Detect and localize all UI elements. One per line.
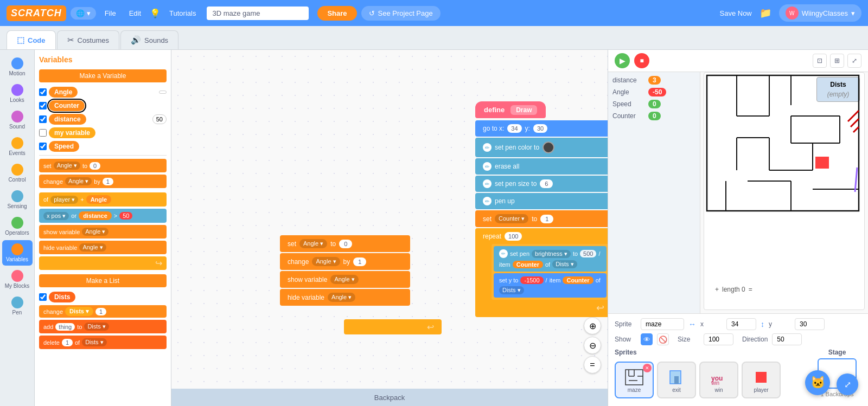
change-dists-block[interactable]: change Dists ▾ 1	[39, 305, 167, 318]
tab-code[interactable]: ⬚ Code	[7, 30, 56, 49]
zoom-in-button[interactable]: ⊕	[584, 317, 601, 334]
add-to-list-block[interactable]: add thing to Dists ▾	[39, 320, 167, 333]
set-angle-block[interactable]: set Angle ▾ to 0	[280, 235, 410, 252]
sensing-distance-block[interactable]: x pos ▾ or distance > 50	[39, 209, 167, 223]
sidebar-item-events[interactable]: Events	[2, 134, 33, 159]
zoom-out-button[interactable]: ⊖	[584, 337, 601, 354]
save-now-button[interactable]: Save Now	[720, 9, 752, 17]
tutorials-menu[interactable]: Tutorials	[165, 7, 200, 20]
stop-button[interactable]: ■	[634, 53, 649, 68]
hide-angle-dropdown[interactable]: Angle ▾	[79, 243, 106, 252]
stage-fullscreen-button[interactable]: ⤢	[847, 54, 861, 68]
dists-dropdown-brightness[interactable]: Dists ▾	[552, 260, 577, 268]
goto-y-input[interactable]: 30	[533, 124, 547, 133]
folder-icon[interactable]: 📁	[756, 7, 775, 19]
delete-from-list-block[interactable]: delete 1 of Dists ▾	[39, 336, 167, 349]
distance-value-input[interactable]: 50	[119, 212, 132, 220]
counter-pill[interactable]: Counter	[49, 100, 85, 111]
set-counter-block[interactable]: set Counter ▾ to 1	[475, 210, 608, 227]
define-draw-block[interactable]: define Draw	[475, 101, 546, 118]
x-input[interactable]	[726, 318, 756, 330]
angle-var-dropdown-3[interactable]: Angle ▾	[312, 257, 340, 266]
pen-size-input[interactable]: 6	[540, 179, 553, 188]
brightness-dropdown[interactable]: brightness ▾	[532, 250, 571, 258]
hide-variable-block[interactable]: hide variable Angle ▾	[39, 241, 167, 254]
make-list-button[interactable]: Make a List	[39, 274, 167, 287]
dists-dropdown-add[interactable]: Dists ▾	[84, 323, 109, 331]
change-dists-val[interactable]: 1	[95, 308, 106, 315]
delete-num-input[interactable]: 1	[62, 339, 73, 346]
sprite-thumb-player[interactable]: player	[742, 362, 781, 398]
show-angle-block[interactable]: show variable Angle ▾	[280, 271, 410, 288]
sidebar-item-sound[interactable]: Sound	[2, 107, 33, 133]
user-menu[interactable]: W WiingyClasses ▾	[779, 4, 861, 22]
goto-x-input[interactable]: 34	[507, 124, 521, 133]
set-pen-size-block[interactable]: ✏ set pen size to 6	[475, 176, 608, 192]
repeat-count-input[interactable]: 100	[505, 232, 522, 241]
tab-costumes[interactable]: ✂ Costumes	[57, 30, 120, 49]
counter-checkbox[interactable]	[39, 102, 47, 109]
tab-sounds[interactable]: 🔊 Sounds	[120, 30, 178, 49]
language-selector[interactable]: 🌐 ▾	[71, 7, 96, 20]
change-variable-block[interactable]: change Angle ▾ by 1	[39, 175, 167, 188]
change-angle-block[interactable]: change Angle ▾ by 1	[280, 253, 410, 270]
hide-angle-var-dropdown[interactable]: Angle ▾	[328, 293, 355, 302]
repeat-block[interactable]: repeat 100 ✏ set pen brightness ▾ to 500…	[475, 228, 608, 317]
set-variable-block[interactable]: set Angle ▾ to 0	[39, 159, 167, 172]
pen-up-block[interactable]: ✏ pen up	[475, 193, 608, 209]
show-toggle-eye[interactable]: 👁	[641, 333, 653, 345]
file-menu[interactable]: File	[100, 7, 120, 20]
sidebar-item-variables[interactable]: Variables	[2, 240, 33, 266]
show-angle-var-dropdown[interactable]: Angle ▾	[330, 275, 358, 284]
see-project-button[interactable]: ↺ See Project Page	[361, 6, 441, 21]
backpack-bar[interactable]: Backpack	[171, 389, 608, 406]
direction-input[interactable]	[772, 333, 802, 345]
project-name-input[interactable]	[207, 7, 309, 20]
angle-var-dropdown-2[interactable]: Angle ▾	[299, 239, 327, 248]
player-dropdown[interactable]: player ▾	[50, 196, 78, 204]
show-angle-dropdown[interactable]: Angle ▾	[82, 228, 108, 236]
zoom-reset-button[interactable]: =	[584, 356, 601, 373]
goto-xy-block[interactable]: go to x: 34 y: 30	[475, 120, 608, 137]
change-angle-dropdown[interactable]: Angle ▾	[65, 177, 92, 185]
pen-color-swatch[interactable]	[542, 141, 554, 153]
make-variable-button[interactable]: Make a Variable	[39, 69, 167, 82]
size-input[interactable]	[704, 333, 733, 345]
sprite-thumb-exit[interactable]: exit	[657, 362, 696, 398]
delete-maze-button[interactable]: ✕	[643, 364, 652, 372]
hide-angle-block[interactable]: hide variable Angle ▾	[280, 289, 410, 306]
angle-value-input[interactable]: 0	[339, 240, 352, 248]
y-input[interactable]	[795, 318, 825, 330]
sidebar-item-control[interactable]: Control	[2, 160, 33, 186]
sidebar-item-sensing[interactable]: Sensing	[2, 187, 33, 212]
brightness-500[interactable]: 500	[580, 250, 596, 257]
counter-value-input[interactable]: 1	[540, 215, 553, 223]
myvariable-pill[interactable]: my variable	[49, 127, 95, 138]
dists-dropdown-delete[interactable]: Dists ▾	[82, 338, 107, 346]
counter-var-dropdown[interactable]: Counter ▾	[495, 214, 528, 223]
myvariable-checkbox[interactable]	[39, 129, 47, 137]
erase-all-block[interactable]: ✏ erase all	[475, 158, 608, 175]
sidebar-item-motion[interactable]: Motion	[2, 54, 33, 80]
set-pen-color-block[interactable]: ✏ set pen color to	[475, 138, 608, 157]
show-toggle-hidden[interactable]: 🚫	[657, 333, 669, 345]
stage-small-button[interactable]: ⊡	[813, 54, 827, 68]
thing-input[interactable]: thing	[55, 323, 75, 331]
dists-dropdown-y[interactable]: Dists ▾	[499, 286, 524, 294]
sidebar-item-myblocks[interactable]: My Blocks	[2, 267, 33, 292]
expand-button[interactable]: ⤢	[837, 373, 858, 395]
scratch-cat-button[interactable]: 🐱	[805, 370, 830, 395]
angle-dropdown[interactable]: Angle ▾	[54, 162, 80, 170]
of-player-block[interactable]: of player ▾ + Angle	[39, 192, 167, 207]
angle-pill[interactable]: Angle	[49, 87, 78, 98]
green-flag-button[interactable]: ▶	[615, 53, 630, 68]
sprite-thumb-maze[interactable]: ✕ maze	[615, 362, 654, 398]
speed-pill[interactable]: Speed	[49, 141, 79, 152]
sidebar-item-operators[interactable]: Operators	[2, 214, 33, 239]
edit-menu[interactable]: Edit	[125, 7, 145, 20]
xpos-dropdown[interactable]: x pos ▾	[43, 212, 69, 220]
set-y-block[interactable]: set y to -1500 / item Counter of Dists ▾	[494, 273, 607, 298]
dists-checkbox[interactable]	[39, 293, 47, 301]
angle-checkbox[interactable]	[39, 88, 47, 96]
sprite-thumb-win[interactable]: you win win	[699, 362, 738, 398]
